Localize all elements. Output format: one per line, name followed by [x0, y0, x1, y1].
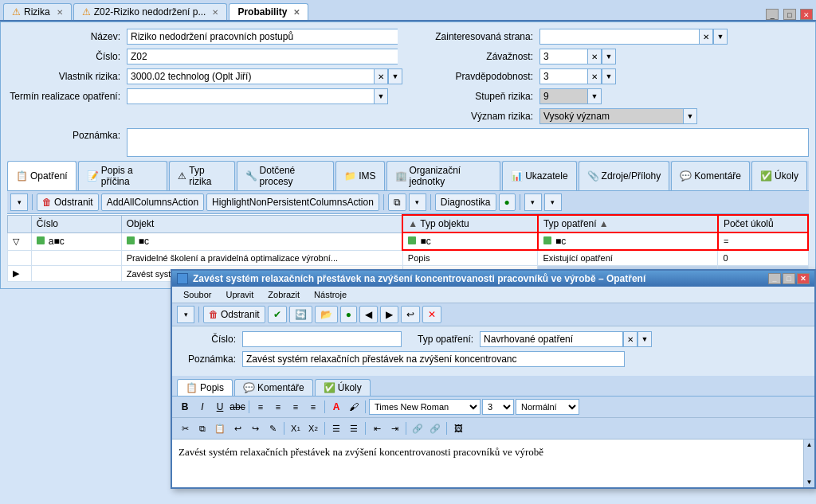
rte-copy[interactable]: ⧉	[194, 420, 210, 436]
tab-dotcene[interactable]: 🔧 Dotčené procesy	[237, 161, 335, 190]
rte-indent-less[interactable]: ⇤	[369, 420, 385, 436]
th-typ-objektu[interactable]: ▲ Typ objektu	[402, 215, 538, 232]
th-pocet-ukolu[interactable]: Počet úkolů	[718, 215, 808, 232]
icon-dropdown1[interactable]: ▾	[409, 193, 426, 211]
green-btn[interactable]: ●	[499, 193, 516, 211]
rte-indent-more[interactable]: ⇥	[386, 420, 402, 436]
rte-bold[interactable]: B	[177, 399, 193, 415]
sub-cancel-btn[interactable]: ✕	[422, 306, 441, 323]
win-close[interactable]: ✕	[800, 9, 813, 20]
rte-strikethrough[interactable]: abc	[230, 399, 245, 415]
rte-ul[interactable]: ☰	[328, 420, 344, 436]
pravdepodobnost-clear[interactable]: ✕	[587, 68, 602, 84]
poznamka-input[interactable]	[127, 128, 809, 157]
sub-typ-input[interactable]	[480, 331, 623, 347]
zavaznost-dropdown[interactable]: ▼	[602, 49, 616, 64]
rte-style-select[interactable]: Normální	[516, 399, 579, 415]
tab-typ-rizika[interactable]: ⚠ Typ rizika	[169, 161, 234, 190]
stupen-input[interactable]	[539, 88, 587, 104]
tab-org[interactable]: 🏢 Organizační jednotky	[386, 161, 501, 190]
menu-upravit[interactable]: Upravit	[219, 288, 260, 301]
vyznam-dropdown[interactable]: ▼	[683, 108, 697, 124]
sub-open-btn[interactable]: 📂	[315, 306, 338, 323]
menu-zobrazit[interactable]: Zobrazit	[261, 288, 306, 301]
termin-input[interactable]	[127, 88, 374, 104]
vlastnik-dropdown[interactable]: ▼	[388, 68, 402, 84]
sub-refresh-btn[interactable]: 🔄	[289, 306, 312, 323]
th-cislo[interactable]: Číslo	[31, 215, 121, 232]
rte-align-justify[interactable]: ≡	[305, 399, 321, 415]
highlight-btn[interactable]: HighlightNonPersistentColumnsAction	[206, 193, 379, 211]
rte-cut[interactable]: ✂	[177, 420, 193, 436]
pravdepodobnost-dropdown[interactable]: ▼	[602, 68, 616, 84]
menu-nastroje[interactable]: Nástroje	[308, 288, 353, 301]
rte-align-center[interactable]: ≡	[270, 399, 286, 415]
cislo-input[interactable]	[127, 49, 398, 64]
sub-nav-fwd[interactable]: ▶	[380, 306, 398, 323]
tab-popis-pricina[interactable]: 📝 Popis a příčina	[78, 161, 168, 190]
rte-link[interactable]: 🔗	[410, 420, 426, 436]
rte-highlight[interactable]: 🖌	[346, 399, 362, 415]
zavaznost-clear[interactable]: ✕	[587, 49, 602, 64]
zavaznost-input[interactable]	[539, 49, 587, 64]
tab-opatreni[interactable]: 📋 Opatření	[7, 161, 76, 190]
vlastnik-input[interactable]	[127, 68, 374, 84]
sub-new-dropdown[interactable]: ▾	[177, 306, 194, 323]
sub-tab-ukoly[interactable]: ✅ Úkoly	[315, 379, 371, 396]
vlastnik-clear[interactable]: ✕	[374, 68, 388, 84]
sub-cislo-input[interactable]	[242, 331, 402, 347]
rte-image[interactable]: 🖼	[450, 420, 466, 436]
rte-content[interactable]: Zavést systém relaxačních přestávek na z…	[172, 440, 814, 487]
tab-komentare[interactable]: 💬 Komentáře	[671, 161, 750, 190]
rte-font-select[interactable]: Times New Roman	[369, 399, 481, 415]
icon-dropdown3[interactable]: ▾	[544, 193, 562, 211]
sub-undo-btn[interactable]: ↩	[401, 306, 420, 323]
remove-btn[interactable]: 🗑 Odstranit	[37, 193, 99, 211]
icon-dropdown2[interactable]: ▾	[524, 193, 542, 211]
sub-win-close[interactable]: ✕	[797, 273, 810, 284]
tab-zdroje[interactable]: 📎 Zdroje/Přílohy	[579, 161, 670, 190]
rte-superscript[interactable]: X2	[305, 420, 321, 436]
th-typ-opatreni[interactable]: Typ opatření ▲	[538, 215, 718, 232]
win-maximize[interactable]: □	[783, 9, 796, 20]
sub-typ-dropdown[interactable]: ▼	[638, 331, 652, 347]
icon-btn1[interactable]: ⧉	[388, 193, 406, 211]
new-dropdown[interactable]: ▾	[10, 193, 28, 211]
th-objekt[interactable]: Objekt	[121, 215, 402, 232]
tab-ims[interactable]: 📁 IMS	[335, 161, 384, 190]
rte-ol[interactable]: ☰	[346, 420, 362, 436]
rte-align-right[interactable]: ≡	[288, 399, 304, 415]
sub-pozn-input[interactable]	[242, 351, 625, 367]
table-row[interactable]: Pravidelné školení a pravidelná optimali…	[8, 250, 809, 266]
tab-probability-close[interactable]: ✕	[293, 8, 300, 17]
sub-save-btn[interactable]: ●	[340, 306, 357, 323]
rte-size-select[interactable]: 3	[482, 399, 514, 415]
tab-z02-close[interactable]: ✕	[212, 8, 218, 17]
rte-subscript[interactable]: X1	[288, 420, 304, 436]
pravdepodobnost-input[interactable]	[539, 68, 587, 84]
sub-tab-popis[interactable]: 📋 Popis	[177, 379, 233, 396]
scroll-down[interactable]: ▼	[806, 479, 813, 486]
vyznam-input[interactable]	[539, 108, 683, 124]
tab-probability[interactable]: Probability ✕	[229, 3, 308, 20]
zainteresovana-input[interactable]	[539, 29, 699, 45]
scroll-up[interactable]: ▲	[806, 441, 813, 448]
rte-italic[interactable]: I	[194, 399, 210, 415]
sub-win-minimize[interactable]: _	[768, 273, 781, 284]
addall-btn[interactable]: AddAllColumnsAction	[101, 193, 204, 211]
sub-remove-btn[interactable]: 🗑 Odstranit	[203, 306, 265, 323]
sub-check-btn[interactable]: ✔	[268, 306, 287, 323]
win-minimize[interactable]: _	[766, 9, 779, 20]
menu-soubor[interactable]: Soubor	[177, 288, 218, 301]
rte-redo[interactable]: ↪	[247, 420, 263, 436]
diagnostika-btn[interactable]: Diagnostika	[435, 193, 496, 211]
rte-font-color[interactable]: A	[328, 399, 344, 415]
rte-spell[interactable]: ✎	[265, 420, 280, 436]
sub-win-maximize[interactable]: □	[783, 273, 795, 284]
zainteresovana-dropdown[interactable]: ▼	[713, 29, 728, 45]
tab-z02[interactable]: ⚠ Z02-Riziko nedodržení p... ✕	[73, 3, 228, 20]
rte-paste[interactable]: 📋	[212, 420, 228, 436]
sub-nav-back[interactable]: ◀	[359, 306, 378, 323]
rte-underline[interactable]: U	[212, 399, 228, 415]
sub-typ-clear[interactable]: ✕	[623, 331, 638, 347]
